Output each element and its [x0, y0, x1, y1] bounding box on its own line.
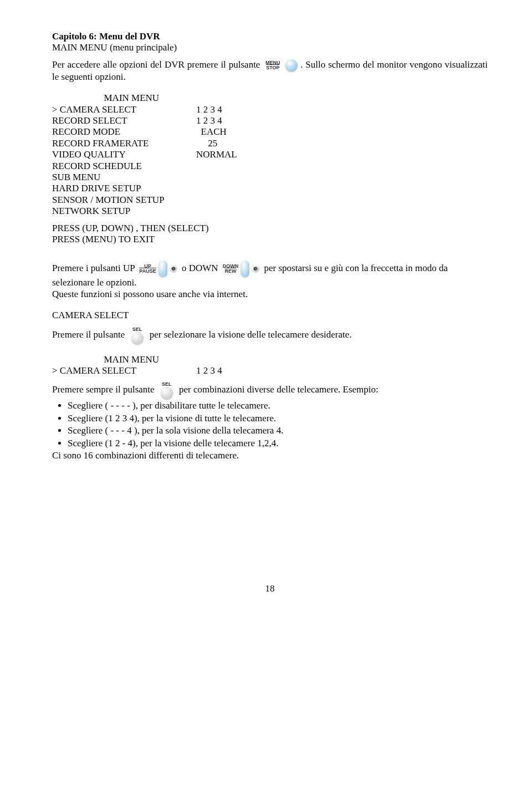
sel-label-2: SEL [157, 382, 177, 387]
sel-label: SEL [127, 327, 147, 332]
sel-icon[interactable] [131, 332, 144, 344]
camera-sempre-before: Premere sempre il pulsante [52, 385, 157, 395]
camera-menu-item: > CAMERA SELECT [52, 365, 196, 376]
sel-button-2[interactable]: SEL [157, 382, 177, 399]
sel-icon-2[interactable] [161, 387, 173, 399]
camera-bullet: Scegliere ( - - - 4 ), per la sola visio… [68, 425, 488, 436]
menu-stop-label-bottom: STOP [263, 65, 283, 70]
menu-stop-icon[interactable] [285, 59, 298, 72]
down-button-cluster[interactable]: DOWN REW ❸ [223, 261, 260, 277]
menu-item: NETWORK SETUP [52, 206, 196, 217]
camera-select-before: Premere il pulsante [52, 329, 127, 340]
intro-paragraph: Per accedere alle opzioni del DVR premer… [52, 59, 488, 83]
menu-item: RECORD SELECT [52, 115, 196, 126]
down-number-icon: ❸ [252, 265, 259, 273]
up-pill-icon[interactable] [158, 261, 167, 277]
camera-select-after: per selezionare la visione delle telecam… [150, 329, 352, 340]
nav-text-b: o DOWN [182, 263, 221, 273]
menu-item: HARD DRIVE SETUP [52, 183, 196, 194]
up-number-icon: ❶ [170, 265, 177, 273]
camera-bullet: Scegliere (1 2 - 4), per la visione dell… [68, 438, 488, 449]
menu-item: RECORD MODE [52, 126, 196, 137]
nav-text-a: Premere i pulsanti UP [52, 263, 137, 273]
main-menu-header: MAIN MENU [52, 93, 488, 104]
camera-footer: Ci sono 16 combinazioni differenti di te… [52, 450, 488, 461]
camera-sempre-after: per combinazioni diverse delle telecamer… [179, 385, 378, 395]
menu-hint-1: PRESS (UP, DOWN) , THEN (SELECT) [52, 223, 488, 234]
down-pill-icon[interactable] [241, 261, 249, 277]
menu-value: NORMAL [196, 149, 263, 160]
menu-value: 1 2 3 4 [196, 104, 263, 115]
menu-item: VIDEO QUALITY [52, 149, 196, 160]
menu-item: SENSOR / MOTION SETUP [52, 195, 196, 206]
camera-sempre-line: Premere sempre il pulsante SEL per combi… [52, 382, 488, 399]
subtitle: MAIN MENU (menu principale) [52, 42, 488, 53]
camera-select-line: Premere il pulsante SEL per selezionare … [52, 327, 488, 344]
menu-item: SUB MENU [52, 172, 196, 183]
menu-value: EACH [196, 126, 263, 137]
sel-button[interactable]: SEL [127, 327, 147, 344]
menu-value: 25 [196, 138, 263, 149]
menu-hint-2: PRESS (MENU) TO EXIT [52, 234, 488, 245]
menu-item: RECORD SCHEDULE [52, 161, 196, 172]
up-button-cluster[interactable]: UP PAUSE ❶ [139, 261, 177, 277]
camera-bullet-list: Scegliere ( - - - - ), per disabilitare … [68, 400, 488, 449]
camera-bullet: Scegliere ( - - - - ), per disabilitare … [68, 400, 488, 411]
camera-select-heading: CAMERA SELECT [52, 310, 488, 321]
page-number: 18 [52, 583, 488, 594]
camera-main-menu-header: MAIN MENU [52, 354, 488, 365]
down-label-bottom: REW [225, 269, 237, 274]
menu-stop-button[interactable]: MENU STOP [263, 60, 283, 70]
menu-item: > CAMERA SELECT [52, 104, 196, 115]
nav-text-d: Queste funzioni si possono usare anche v… [52, 289, 488, 300]
menu-value: 1 2 3 4 [196, 115, 263, 126]
intro-text-before: Per accedere alle opzioni del DVR premer… [52, 59, 263, 70]
chapter-title: Capitolo 6: Menu del DVR [52, 31, 488, 42]
camera-bullet: Scegliere (1 2 3 4), per la visione di t… [68, 413, 488, 424]
menu-item: RECORD FRAMERATE [52, 138, 196, 149]
up-label-bottom: PAUSE [139, 269, 156, 274]
camera-menu-value: 1 2 3 4 [196, 365, 263, 376]
main-menu-block: MAIN MENU > CAMERA SELECT1 2 3 4 RECORD … [52, 93, 488, 245]
nav-sentence: Premere i pulsanti UP UP PAUSE ❶ o DOWN … [52, 261, 488, 288]
